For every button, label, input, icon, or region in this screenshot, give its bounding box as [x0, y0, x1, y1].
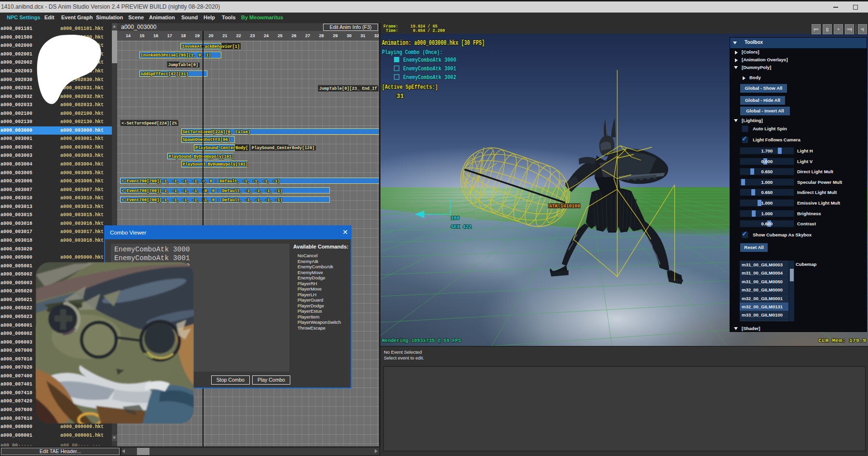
svg-text:ATK-1410100: ATK-1410100	[549, 204, 580, 209]
svg-text:Playing Combo (Once):: Playing Combo (Once):	[382, 49, 443, 56]
svg-text:Animation: a000_003000.hkx [30: Animation: a000_003000.hkx [30 FPS]	[382, 39, 485, 47]
svg-text:CLR Mem: 179.9: CLR Mem: 179.9	[818, 338, 866, 344]
svg-text:SFX 422: SFX 422	[451, 224, 472, 230]
svg-text:180: 180	[451, 215, 460, 221]
svg-text:EnemyComboAtk 3002: EnemyComboAtk 3002	[403, 74, 456, 81]
svg-text:EnemyComboAtk 3001: EnemyComboAtk 3001	[403, 66, 456, 72]
svg-text:EnemyComboAtk 3000: EnemyComboAtk 3000	[403, 57, 456, 64]
svg-text:31: 31	[396, 93, 404, 100]
svg-text:[Active SpEffects:]: [Active SpEffects:]	[382, 83, 438, 91]
svg-text:Rendering 1093x735 @ 59 FPS: Rendering 1093x735 @ 59 FPS	[382, 338, 461, 344]
